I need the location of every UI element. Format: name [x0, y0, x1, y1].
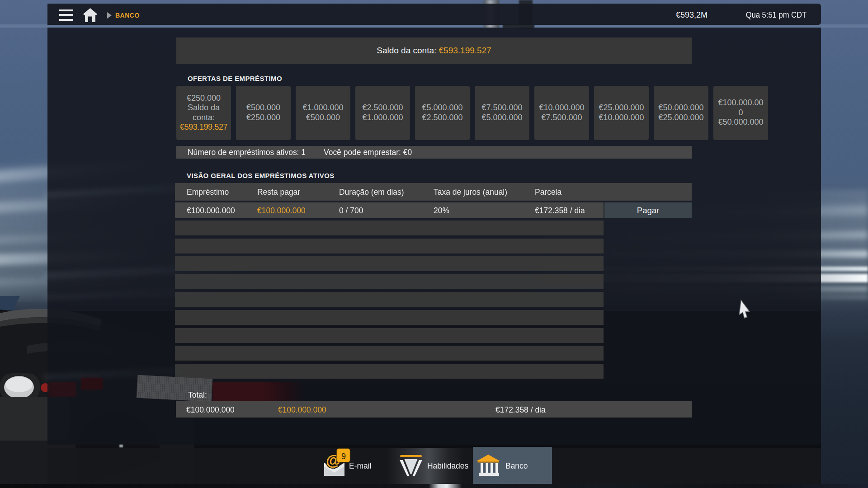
svg-text:9: 9: [341, 452, 346, 461]
